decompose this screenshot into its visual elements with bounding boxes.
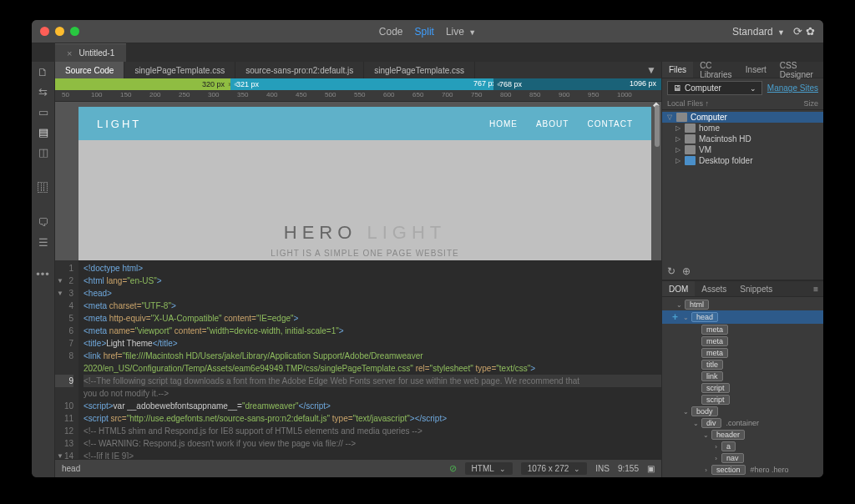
site-scope-select[interactable]: 🖥Computer⌄ [667, 81, 762, 95]
live-options-icon[interactable]: ⇆ [37, 85, 50, 98]
dom-tree-node[interactable]: title [662, 359, 823, 370]
dom-tree-node[interactable]: meta [662, 324, 823, 335]
minimize-window-button[interactable] [55, 27, 64, 36]
panel-tab-files[interactable]: Files [662, 62, 693, 78]
status-bar: head ⊘ HTML ⌄ 1076 x 272 ⌄ INS 9:155 ▣ [55, 459, 661, 477]
mq-label: 1096 px [630, 79, 656, 88]
hero-subtitle: LIGHT IS A SIMPLE ONE PAGE WEBSITE [78, 249, 651, 258]
window-size[interactable]: 1076 x 272 ⌄ [521, 462, 588, 475]
inspect-icon[interactable]: ◫ [37, 145, 50, 159]
preview-document[interactable]: LIGHT HOME ABOUT CONTACT HERO LIGHT LIGH… [78, 107, 651, 260]
refresh-icon[interactable]: ↻ [667, 265, 675, 277]
settings-icon[interactable]: ✿ [806, 25, 815, 38]
dom-tree-node[interactable]: ⌄header [662, 429, 823, 441]
collapse-icon[interactable]: ⿲ [37, 180, 50, 194]
code-editor[interactable]: 1▼2▼345678910111213▼1415161718▼19 <!doct… [55, 260, 661, 459]
dom-tree-node[interactable]: ⌄body [662, 406, 823, 417]
files-tree-item[interactable]: ▷VM [662, 144, 823, 155]
filter-icon[interactable]: ▼ [646, 64, 656, 76]
hero-title: HERO LIGHT [78, 222, 651, 244]
preview-brand: LIGHT [97, 118, 141, 130]
add-node-icon[interactable]: + [672, 311, 680, 323]
dom-tree[interactable]: ⌄html+⌄headmetametametatitlelinkscriptsc… [662, 297, 823, 477]
tag-selector[interactable]: head [62, 464, 80, 473]
line-gutter[interactable]: 1▼2▼345678910111213▼1415161718▼19 [55, 260, 78, 459]
files-columns[interactable]: Local Files ↑Size [662, 98, 823, 110]
related-file[interactable]: Source Code [55, 62, 124, 78]
mq-label: 767 px [473, 79, 496, 88]
files-tree-item[interactable]: ▽Computer [662, 112, 823, 123]
view-live[interactable]: Live ▼ [446, 26, 476, 38]
preview-nav-link[interactable]: CONTACT [587, 119, 633, 129]
view-switcher: Code Split Live ▼ [379, 26, 476, 38]
files-tree-item[interactable]: ▷Desktop folder [662, 155, 823, 166]
related-file[interactable]: singlePageTemplate.css [364, 62, 475, 78]
close-tab-icon[interactable]: × [67, 48, 72, 58]
dom-tree-node[interactable]: ⌄html [662, 299, 823, 310]
dom-tree-node[interactable]: ›a [662, 441, 823, 452]
expand-icon[interactable]: ▭ [37, 105, 50, 118]
scrollbar-thumb[interactable] [655, 105, 660, 147]
files-tree-item[interactable]: ▷home [662, 123, 823, 134]
preview-nav: HOME ABOUT CONTACT [489, 119, 633, 129]
comment-icon[interactable]: 🗨 [37, 215, 50, 229]
more-tools-icon[interactable]: ••• [37, 267, 50, 280]
files-tree-item[interactable]: ▷Macintosh HD [662, 134, 823, 144]
right-panel: Files CC Libraries Insert CSS Designer 🖥… [661, 62, 823, 477]
panel-menu-icon[interactable]: ≡ [807, 281, 823, 296]
panel-tab-snippets[interactable]: Snippets [733, 281, 779, 296]
collect-icon[interactable]: ⊕ [682, 265, 691, 277]
insert-mode[interactable]: INS [595, 464, 610, 473]
file-management-icon[interactable]: 🗋 [37, 65, 50, 78]
code-content[interactable]: <!doctype html><html lang="en-US"><head>… [78, 260, 661, 459]
document-tab[interactable]: × Untitled-1 [55, 43, 126, 62]
document-tabstrip: × Untitled-1 [32, 43, 823, 62]
cursor-position: 9:155 [618, 464, 639, 473]
dom-tree-node[interactable]: ›section#hero .hero [662, 464, 823, 476]
live-preview-pane[interactable]: ◆ LIGHT HOME ABOUT CONTACT HERO LIGHT LI… [55, 102, 661, 260]
related-file[interactable]: source-sans-pro:n2:default.js [235, 62, 364, 78]
panel-tab-cclibs[interactable]: CC Libraries [693, 62, 739, 78]
panel-tab-insert[interactable]: Insert [739, 62, 773, 78]
workspace-switcher[interactable]: Standard ▼ [732, 26, 785, 38]
dom-tree-node[interactable]: ⌄div.container [662, 417, 823, 429]
preview-nav-link[interactable]: HOME [489, 119, 518, 129]
chevron-down-icon: ▼ [468, 28, 476, 37]
chevron-down-icon: ▼ [777, 28, 785, 37]
dom-panel-tabs: DOM Assets Snippets ≡ [662, 280, 823, 297]
computer-icon: 🖥 [673, 83, 681, 93]
language-mode[interactable]: HTML ⌄ [465, 462, 513, 475]
dom-tree-node[interactable]: meta [662, 335, 823, 347]
format-icon[interactable]: ☰ [37, 235, 50, 249]
manage-sites-link[interactable]: Manage Sites [767, 83, 818, 93]
dom-tree-node[interactable]: link [662, 370, 823, 382]
mq-segment[interactable]: ‹‹‹321 px [230, 78, 493, 90]
no-errors-icon[interactable]: ⊘ [449, 463, 457, 474]
view-code[interactable]: Code [379, 26, 403, 38]
panel-tab-dom[interactable]: DOM [662, 281, 695, 296]
close-window-button[interactable] [40, 27, 49, 36]
panel-tab-css[interactable]: CSS Designer [773, 62, 823, 78]
view-split[interactable]: Split [415, 26, 434, 38]
window-controls [40, 27, 79, 36]
dom-tree-node[interactable]: meta [662, 347, 823, 359]
ruler[interactable]: 5010015020025030035040045050055060065070… [55, 90, 661, 102]
document-tab-title: Untitled-1 [78, 48, 114, 58]
preview-icon[interactable]: ▣ [647, 464, 655, 473]
mq-segment[interactable]: 320 px››› [55, 78, 230, 90]
live-view-icon[interactable]: ▤ [37, 125, 50, 139]
dom-tree-node[interactable]: script [662, 394, 823, 406]
dom-tree-node[interactable]: script [662, 382, 823, 394]
maximize-window-button[interactable] [70, 27, 79, 36]
panel-tab-assets[interactable]: Assets [695, 281, 733, 296]
preview-nav-link[interactable]: ABOUT [536, 119, 569, 129]
media-query-bar[interactable]: 320 px››› ‹‹‹321 px 767 px ‹‹‹768 px 109… [55, 78, 661, 90]
dom-tree-node[interactable]: ›nav [662, 452, 823, 464]
files-tree[interactable]: ▽Computer▷home▷Macintosh HD▷VM▷Desktop f… [662, 110, 823, 168]
related-files-bar: Source Code singlePageTemplate.css sourc… [55, 62, 661, 78]
preview-header: LIGHT HOME ABOUT CONTACT [78, 107, 651, 140]
related-file[interactable]: singlePageTemplate.css [124, 62, 235, 78]
left-toolbar: 🗋 ⇆ ▭ ▤ ◫ ⿲ 🗨 ☰ ••• [32, 62, 55, 477]
dom-tree-node[interactable]: +⌄head [662, 310, 823, 324]
sync-settings-icon[interactable]: ⟳ [793, 25, 802, 38]
